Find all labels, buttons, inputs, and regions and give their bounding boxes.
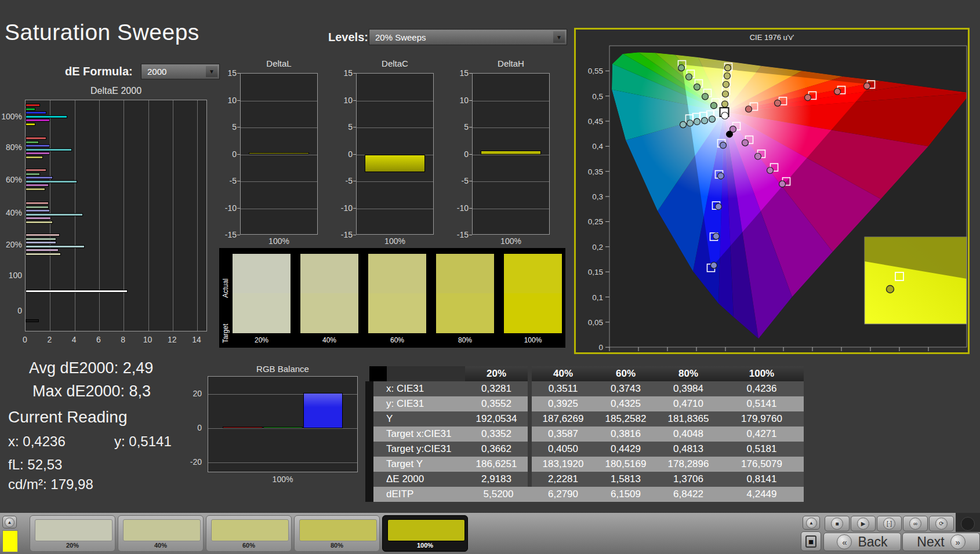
deltae-chart-title: DeltaE 2000: [25, 86, 207, 96]
de-formula-select[interactable]: 2000 ▼: [141, 64, 220, 79]
deltae-chart: [25, 100, 207, 331]
pattern-window-button[interactable]: [·]: [877, 516, 902, 531]
table-row: y: CIE310,35520,39250,43250,47100,5141: [369, 396, 804, 411]
table-value-cell: 0,3587: [532, 427, 594, 442]
axis-tick-label: 0,3: [592, 192, 603, 201]
gridline: [473, 127, 549, 128]
table-value-cell: 185,2582: [594, 411, 657, 427]
table-value-cell: 179,9760: [720, 411, 804, 427]
table-row: dEITP5,52006,27906,15096,84224,2449: [369, 487, 804, 502]
delta-bar: [481, 151, 541, 155]
tick-mark: [237, 100, 240, 101]
deltae-bar: [26, 238, 56, 240]
axis-tick-label: 15: [217, 68, 237, 78]
tick-mark: [469, 73, 472, 74]
axis-tick-label: -10: [449, 203, 469, 213]
table-value-cell: 0,3552: [465, 396, 532, 411]
swatch-label: 60%: [368, 336, 426, 344]
row-label: Target x:CIE31: [369, 427, 465, 442]
axis-group-label: 80%: [6, 143, 22, 152]
patch-thumbnail[interactable]: 60%: [206, 515, 292, 552]
axis-tick-label: 0,05: [588, 318, 603, 327]
axis-tick-label: 10: [217, 96, 237, 105]
axis-group-label: 100: [9, 271, 22, 280]
tick-mark: [237, 154, 240, 155]
play-button[interactable]: ▶: [851, 516, 876, 531]
axis-tick-label: -5: [449, 176, 469, 185]
row-label: x: CIE31: [369, 381, 465, 396]
rgb-bar-green: [263, 427, 303, 428]
patch-thumbnail-label: 40%: [118, 542, 203, 549]
cie-zoom-inset: [865, 237, 967, 324]
measurement-table-wrap: 20%40%60%80%100%x: CIE310,32810,35110,37…: [365, 366, 808, 502]
actual-swatch: [233, 254, 291, 293]
target-swatch: [436, 293, 494, 333]
deltae-bar: [26, 290, 128, 293]
measured-circle-blue: [713, 233, 720, 239]
gridline: [208, 462, 357, 463]
axis-tick-label: -15: [217, 230, 237, 239]
tick-mark: [353, 127, 356, 127]
cie-1976-diagram: 00,050,10,150,20,250,30,350,40,450,50,55…: [580, 37, 969, 353]
patch-thumbnail[interactable]: 80%: [294, 515, 380, 552]
deltae-bar: [26, 241, 56, 244]
axis-tick-label: 6: [92, 335, 106, 344]
levels-select[interactable]: 20% Sweeps ▼: [369, 29, 567, 45]
actual-swatch: [300, 254, 358, 293]
refresh-button[interactable]: ⟳: [929, 516, 954, 531]
deltae-bar: [26, 123, 35, 126]
chevron-down-icon: ▼: [553, 31, 565, 43]
patch-thumbnail[interactable]: 40%: [118, 515, 204, 552]
deltae-bar: [26, 152, 50, 155]
axis-tick-label: 14: [190, 335, 204, 344]
transport-up-button[interactable]: ▲: [803, 516, 820, 530]
stop-button[interactable]: ■: [825, 516, 850, 531]
table-value-cell: 176,5079: [720, 457, 804, 472]
stop-pattern-button[interactable]: ■: [801, 531, 821, 551]
delta-chart: [472, 73, 550, 235]
chevron-right-icon: »: [950, 534, 966, 549]
table-row: Target x:CIE310,33520,35870,38160,40480,…: [369, 427, 804, 442]
delta-bar: [365, 155, 425, 173]
axis-tick-label: 0: [217, 150, 237, 159]
up-arrow-icon: ▲: [5, 517, 14, 527]
table-value-cell: 4,2449: [720, 487, 804, 502]
gridline: [241, 101, 317, 101]
actual-row-label: Actual: [222, 256, 230, 298]
axis-tick-label: -5: [333, 176, 353, 185]
axis-tick-label: -15: [449, 230, 469, 239]
table-corner-cell: [369, 366, 465, 381]
actual-swatch: [368, 254, 426, 293]
deltae-bar: [26, 144, 50, 147]
back-button-label: Back: [858, 534, 887, 550]
calman-saturation-sweeps-page: Saturation Sweeps dE Formula: 2000 ▼ Lev…: [0, 0, 980, 554]
back-button[interactable]: «Back: [823, 533, 901, 551]
axis-tick-label: 10: [141, 335, 155, 344]
axis-tick-label: 0: [333, 150, 353, 159]
row-label: Target Y: [369, 457, 465, 472]
scroll-up-button[interactable]: ▲: [2, 516, 17, 529]
axis-tick-label: -15: [333, 230, 353, 239]
row-label: dEITP: [369, 487, 465, 502]
patch-thumbnail[interactable]: 20%: [30, 515, 115, 552]
measured-circle-red: [775, 100, 781, 106]
loop-infinite-button[interactable]: ∞: [903, 516, 928, 531]
patch-thumbnail-color: [35, 519, 112, 541]
axis-tick-label: 0,25: [588, 217, 603, 226]
next-button[interactable]: Next»: [902, 533, 980, 551]
deltae-bar: [26, 180, 77, 183]
table-value-cell: 2,2281: [532, 472, 594, 487]
measured-circle-blue: [711, 262, 717, 268]
refresh-icon: ⟳: [935, 517, 948, 530]
tick-mark: [469, 235, 472, 235]
table-header-row: 20%40%60%80%100%: [369, 366, 804, 381]
patch-thumbnail[interactable]: 100%: [382, 515, 468, 552]
axis-tick-label: 10: [449, 96, 469, 105]
fl-stat: fL: 52,53: [8, 457, 62, 473]
measured-circle-red: [746, 106, 752, 112]
table-row: x: CIE310,32810,35110,37430,39840,4236: [369, 381, 804, 396]
rgb-balance-y-labels: 200-20: [183, 376, 205, 472]
tick-mark: [237, 127, 240, 127]
tick-mark: [469, 181, 472, 181]
table-value-cell: 0,4236: [720, 381, 804, 396]
